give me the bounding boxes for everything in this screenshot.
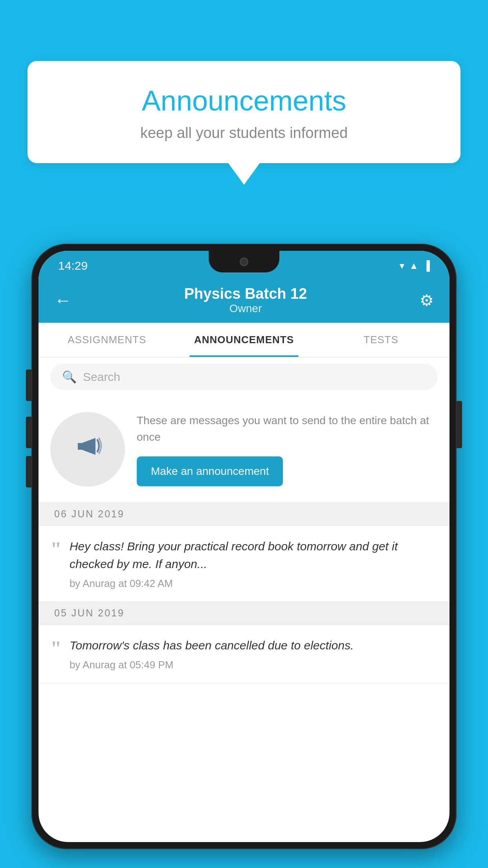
status-icons: ▾ ▲ ▐ <box>400 260 430 271</box>
announcement-meta-1: by Anurag at 09:42 AM <box>70 577 438 590</box>
tab-announcements[interactable]: ANNOUNCEMENTS <box>176 323 313 357</box>
phone-wrapper: 14:29 ▾ ▲ ▐ ← Physics Batch 12 Owner ⚙ <box>31 244 457 868</box>
header-title: Physics Batch 12 <box>184 285 307 302</box>
phone-inner: 14:29 ▾ ▲ ▐ ← Physics Batch 12 Owner ⚙ <box>39 251 449 842</box>
search-box[interactable]: 🔍 Search <box>50 364 438 390</box>
tabs-container: ASSIGNMENTS ANNOUNCEMENTS TESTS <box>39 323 449 357</box>
back-button[interactable]: ← <box>54 291 72 310</box>
announcement-item-2[interactable]: " Tomorrow's class has been cancelled du… <box>39 625 449 683</box>
announcement-item-1[interactable]: " Hey class! Bring your practical record… <box>39 526 449 602</box>
tab-tests[interactable]: TESTS <box>312 323 449 357</box>
megaphone-icon <box>70 428 105 471</box>
search-container: 🔍 Search <box>39 357 449 396</box>
date-separator-1: 06 JUN 2019 <box>39 503 449 526</box>
speech-bubble-subtitle: keep all your students informed <box>47 125 441 142</box>
quote-icon-2: " <box>50 638 62 659</box>
phone-notch <box>209 251 279 272</box>
speech-bubble-tail <box>228 163 260 185</box>
announcement-icon-circle <box>50 412 125 487</box>
announcement-content-1: Hey class! Bring your practical record b… <box>70 537 438 590</box>
app-header: ← Physics Batch 12 Owner ⚙ <box>39 278 449 323</box>
empty-state-description: These are messages you want to send to t… <box>137 412 438 445</box>
search-icon: 🔍 <box>62 370 77 384</box>
status-time: 14:29 <box>58 259 88 272</box>
battery-icon: ▐ <box>423 260 430 271</box>
announcement-meta-2: by Anurag at 05:49 PM <box>70 659 438 671</box>
empty-state: These are messages you want to send to t… <box>39 396 449 503</box>
announcement-content-2: Tomorrow's class has been cancelled due … <box>70 636 438 671</box>
make-announcement-button[interactable]: Make an announcement <box>137 456 283 486</box>
date-separator-2: 05 JUN 2019 <box>39 602 449 625</box>
settings-icon[interactable]: ⚙ <box>420 291 434 309</box>
speech-bubble-title: Announcements <box>47 85 441 117</box>
wifi-icon: ▾ <box>400 260 404 271</box>
announcement-message-1: Hey class! Bring your practical record b… <box>70 537 438 573</box>
header-title-area: Physics Batch 12 Owner <box>184 285 307 315</box>
speech-bubble-container: Announcements keep all your students inf… <box>28 61 460 185</box>
announcement-message-2: Tomorrow's class has been cancelled due … <box>70 636 438 654</box>
speech-bubble: Announcements keep all your students inf… <box>28 61 460 163</box>
tab-assignments[interactable]: ASSIGNMENTS <box>39 323 176 357</box>
search-input[interactable]: Search <box>83 370 120 384</box>
quote-icon-1: " <box>50 539 62 560</box>
notch-camera <box>240 257 248 266</box>
phone-outer: 14:29 ▾ ▲ ▐ ← Physics Batch 12 Owner ⚙ <box>31 244 457 849</box>
signal-icon: ▲ <box>409 260 418 271</box>
header-subtitle: Owner <box>184 302 307 315</box>
empty-state-right: These are messages you want to send to t… <box>137 412 438 486</box>
